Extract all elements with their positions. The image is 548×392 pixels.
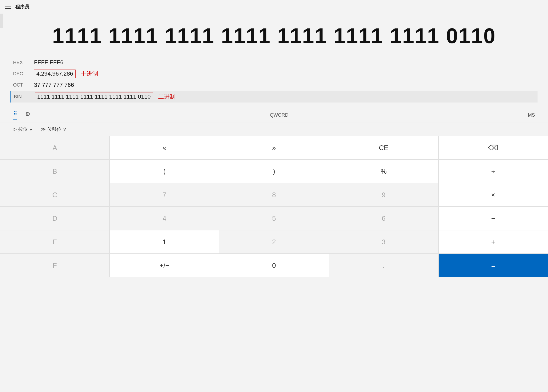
key-sym[interactable]: «	[110, 136, 219, 160]
key-7: 7	[110, 183, 219, 207]
shift-icon: ≫	[41, 126, 46, 132]
shift-option[interactable]: ≫ 位移位 ∨	[41, 126, 67, 132]
toolbar-tabs: ⠿ ⚙	[13, 111, 30, 120]
key-A: A	[0, 136, 110, 160]
binary-visual-display: 1111 1111 1111 1111 1111 1111 1111 0110	[13, 19, 535, 55]
sidebar-indicator	[0, 14, 3, 28]
dec-row: DEC 4,294,967,286 十进制	[13, 69, 535, 79]
base-rows: HEX FFFF FFF6 DEC 4,294,967,286 十进制 OCT …	[13, 55, 535, 105]
oct-label: OCT	[13, 82, 29, 88]
bit-label: 按位 ∨	[18, 126, 33, 132]
key-D: D	[0, 207, 110, 230]
key-sym[interactable]: ⌫	[438, 136, 548, 160]
key-sym[interactable]: )	[219, 160, 329, 183]
ms-label[interactable]: MS	[528, 112, 535, 118]
dec-annotation: 十进制	[81, 70, 98, 78]
bin-value[interactable]: 1111 1111 1111 1111 1111 1111 1111 0110	[35, 93, 153, 101]
key-E: E	[0, 230, 110, 254]
dec-value[interactable]: 4,294,967,286	[34, 70, 76, 78]
oct-row: OCT 37 777 777 766	[13, 81, 535, 89]
key-sym[interactable]: %	[329, 160, 438, 183]
hex-label: HEX	[13, 60, 29, 65]
qword-label[interactable]: QWORD	[30, 112, 528, 118]
bit-option[interactable]: ▷ 按位 ∨	[13, 126, 33, 132]
bit-icon: ▷	[13, 126, 17, 132]
title-bar: 程序员	[0, 0, 548, 14]
hamburger-menu[interactable]	[5, 5, 11, 9]
key-9: 9	[329, 183, 438, 207]
key-0[interactable]: 0	[219, 254, 329, 277]
keypad-grid: A«»CE⌫B()%÷C789×D456−E123+F+/−0.=	[0, 136, 548, 277]
key-sym[interactable]: =	[438, 254, 548, 277]
key-B: B	[0, 160, 110, 183]
bin-row: BIN 1111 1111 1111 1111 1111 1111 1111 0…	[10, 91, 538, 103]
bin-annotation: 二进制	[158, 93, 175, 101]
key-C: C	[0, 183, 110, 207]
key-CE[interactable]: CE	[329, 136, 438, 160]
key-sym[interactable]: +	[438, 230, 548, 254]
hex-row: HEX FFFF FFF6	[13, 58, 535, 67]
toolbar-row: ⠿ ⚙ QWORD MS	[0, 108, 548, 122]
key-sym[interactable]: (	[110, 160, 219, 183]
dec-label: DEC	[13, 71, 29, 77]
shift-label: 位移位 ∨	[47, 126, 67, 132]
key-sym[interactable]: ×	[438, 183, 548, 207]
tab-settings[interactable]: ⚙	[25, 111, 30, 119]
key-sym[interactable]: ÷	[438, 160, 548, 183]
key-6: 6	[329, 207, 438, 230]
key-8: 8	[219, 183, 329, 207]
key-2: 2	[219, 230, 329, 254]
key-1[interactable]: 1	[110, 230, 219, 254]
app-container: 程序员 1111 1111 1111 1111 1111 1111 1111 0…	[0, 0, 548, 277]
key-sym: .	[329, 254, 438, 277]
key-sym[interactable]: −	[438, 207, 548, 230]
key-symsymsym[interactable]: +/−	[110, 254, 219, 277]
app-title: 程序员	[15, 4, 29, 10]
display-area: 1111 1111 1111 1111 1111 1111 1111 0110 …	[0, 14, 548, 108]
bin-label: BIN	[14, 94, 30, 100]
key-sym[interactable]: »	[219, 136, 329, 160]
key-5: 5	[219, 207, 329, 230]
key-F: F	[0, 254, 110, 277]
key-3: 3	[329, 230, 438, 254]
key-4: 4	[110, 207, 219, 230]
tab-numpad[interactable]: ⠿	[13, 111, 17, 120]
hex-value: FFFF FFF6	[34, 59, 63, 66]
options-row: ▷ 按位 ∨ ≫ 位移位 ∨	[0, 122, 548, 136]
oct-value: 37 777 777 766	[34, 82, 74, 88]
